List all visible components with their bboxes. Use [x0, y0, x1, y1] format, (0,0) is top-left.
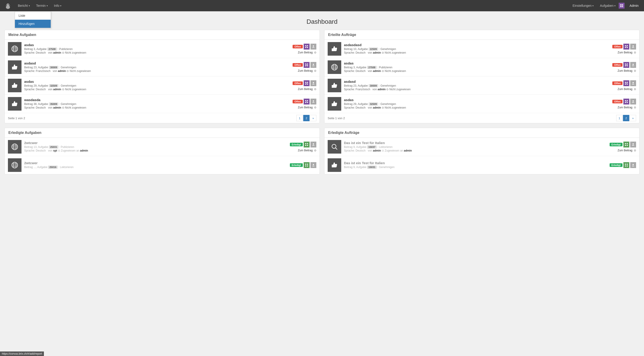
zum-beitrag-link[interactable]: Zum Beitrag ⊙ [298, 87, 316, 91]
bericht-hinzufuegen-item[interactable]: Hinzufügen [15, 20, 51, 28]
zum-beitrag-link[interactable]: Zum Beitrag ⊙ [298, 106, 316, 109]
task-info: Das ist ein Test für Italien Beitrag 9, … [344, 141, 607, 153]
page-btn-2[interactable]: 2 [623, 115, 629, 121]
svg-rect-38 [307, 82, 307, 83]
task-info: asdasd Beitrag 23, Aufgabe 30009 : Geneh… [344, 80, 610, 91]
task-badges: Offen [292, 99, 316, 104]
task-item: asdasd Beitrag 23, Aufgabe 30009 : Geneh… [324, 76, 639, 95]
task-actions: Offen Zum Beitrag ⊙ [612, 44, 636, 54]
page-btn-1[interactable]: 1 [616, 115, 622, 121]
meine-aufgaben-body: asdas Beitrag 3, Aufgabe 27508 : Publizi… [5, 40, 320, 113]
svg-point-82 [632, 82, 634, 83]
task-meta-line1: Beitrag 38, Aufgabe 35009 : Genehmigen [24, 102, 290, 106]
page-btn-next[interactable]: » [630, 115, 636, 121]
admin-avatar[interactable] [619, 3, 624, 8]
main-content: Meine Aufgaben asdas Beitrag 3, Aufgabe … [0, 30, 644, 179]
aufgaben-nav-item[interactable]: Aufgaben ▾ [597, 0, 619, 11]
task-info: asdasd Beitrag 23, Aufgabe 30009 : Geneh… [24, 61, 290, 73]
task-meta-line2: Sprache: Deutsch von admin ⊙ Nicht zugew… [24, 106, 290, 109]
svg-rect-20 [307, 46, 307, 46]
svg-rect-6 [620, 4, 622, 5]
status-badge: Offen [612, 81, 622, 85]
status-badge: Offen [292, 100, 303, 103]
svg-rect-78 [626, 82, 626, 83]
task-meta-line2: Sprache: Deutsch von admin ⊙ Nicht zugew… [344, 106, 610, 109]
status-badge: Offen [612, 45, 622, 48]
svg-rect-121 [625, 166, 626, 166]
zum-beitrag-link[interactable]: Zum Beitrag ⊙ [618, 87, 636, 91]
task-title: 2wtcwer [24, 141, 287, 145]
task-meta-line2: Sprache: Deutsch von admin ⊙ Zugewiesen … [344, 149, 607, 152]
task-badges: Offen [612, 99, 636, 104]
task-actions: Erledigt Zum Beitrag ⊙ [610, 142, 636, 152]
svg-point-73 [632, 64, 634, 65]
page-btn-next[interactable]: » [310, 115, 316, 121]
zum-beitrag-link[interactable]: Zum Beitrag ⊙ [618, 51, 636, 54]
task-badges: Erledigt [290, 162, 316, 168]
navbar-right: Einstellungen ▾ Aufgaben ▾ Admin [569, 0, 642, 11]
bericht-dropdown[interactable]: Bericht ▾ Liste Hinzufügen [15, 0, 33, 11]
task-meta-line1: Beitrag 9, Aufgabe 15037 : Lektorieren [344, 145, 607, 149]
svg-rect-110 [307, 166, 308, 166]
task-info: 2wtcwer Beitrag 13, Aufgabe 25031 : Publ… [24, 141, 287, 153]
meine-aufgaben-pagination[interactable]: 1 2 » [296, 115, 316, 121]
svg-rect-122 [627, 166, 628, 166]
svg-rect-31 [307, 65, 307, 66]
svg-rect-89 [626, 102, 626, 102]
page-title: Dashboard [0, 11, 644, 30]
svg-rect-120 [627, 164, 628, 165]
zum-beitrag-link[interactable]: Zum Beitrag ⊙ [298, 149, 316, 152]
bericht-liste-item[interactable]: Liste [15, 11, 51, 20]
task-item: Das ist ein Test für Italien Beitrag 9, … [324, 156, 639, 174]
bericht-nav-item[interactable]: Bericht ▾ [15, 0, 33, 11]
termin-nav-item[interactable]: Termin ▾ [33, 0, 51, 11]
zum-beitrag-link[interactable]: Zum Beitrag ⊙ [298, 69, 316, 72]
task-info: asdas Beitrag 29, Aufgabe 32509 : Genehm… [24, 80, 290, 91]
svg-rect-46 [306, 101, 306, 101]
svg-rect-29 [307, 64, 307, 65]
svg-rect-81 [626, 83, 627, 84]
task-info: asdasdasd Beitrag 10, Aufgabe 22509 : Ge… [344, 43, 610, 55]
task-badges: Offen [292, 62, 316, 68]
svg-rect-40 [307, 83, 307, 84]
svg-rect-88 [626, 101, 627, 101]
svg-line-113 [335, 148, 337, 149]
zum-beitrag-link[interactable]: Zum Beitrag ⊙ [618, 69, 636, 72]
einstellungen-nav-item[interactable]: Einstellungen ▾ [569, 0, 597, 11]
termin-arrow-icon: ▾ [46, 4, 48, 7]
task-item: 2wtcwer Beitrag ..., Aufgabe 25016 : Lek… [5, 156, 320, 174]
task-title: Das ist ein Test für Italien [344, 141, 607, 145]
task-meta-line2: Sprache: Deutsch von admin ⊙ Nicht zugew… [24, 51, 290, 54]
task-thumb-thumb [328, 97, 341, 111]
svg-rect-107 [305, 164, 306, 165]
task-actions: Offen Zum Beitrag ⊙ [292, 99, 316, 109]
status-badge: Offen [612, 63, 622, 67]
task-info: asdas Beitrag 3, Aufgabe 27508 : Publizi… [24, 43, 290, 55]
brand-logo [2, 0, 14, 11]
erledigte-aufgaben-panel: Erledigte Aufgaben 2wtcwer Beitrag 13, A… [4, 128, 320, 174]
task-title: Das ist ein Test für Italien [344, 161, 607, 165]
svg-rect-80 [626, 83, 626, 84]
erteilte-auftraege-body: asdasdasd Beitrag 10, Aufgabe 22509 : Ge… [324, 40, 639, 113]
aufgaben-arrow-icon: ▾ [614, 4, 616, 7]
task-item: asdas Beitrag 3, Aufgabe 27508 : Publizi… [324, 58, 639, 76]
svg-rect-71 [626, 65, 626, 66]
erteilte-auftraege-pagination[interactable]: 1 2 » [616, 115, 636, 121]
admin-label[interactable]: Admin [626, 0, 642, 11]
task-meta-line1: Beitrag 13, Aufgabe 25031 : Publizieren [24, 145, 287, 149]
status-badge: Offen [292, 81, 303, 85]
page-btn-1[interactable]: 1 [296, 115, 303, 121]
meine-aufgaben-footer: Seite 1 von 2 1 2 » [5, 113, 320, 123]
info-nav-item[interactable]: Info ▾ [51, 0, 64, 11]
task-info: asdas Beitrag 29, Aufgabe 32509 : Genehm… [344, 98, 610, 110]
svg-rect-21 [306, 47, 306, 47]
navbar: Bericht ▾ Liste Hinzufügen Termin ▾ Info… [0, 0, 644, 11]
zum-beitrag-link[interactable]: Zum Beitrag ⊙ [298, 51, 316, 54]
page-btn-2[interactable]: 2 [303, 115, 310, 121]
svg-point-91 [632, 100, 634, 101]
task-badges: Erledigt [290, 142, 316, 147]
status-badge: Erledigt [290, 143, 303, 146]
zum-beitrag-link[interactable]: Zum Beitrag ⊙ [618, 106, 636, 109]
zum-beitrag-link[interactable]: Zum Beitrag ⊙ [618, 149, 636, 152]
task-title: asdas [24, 80, 290, 83]
